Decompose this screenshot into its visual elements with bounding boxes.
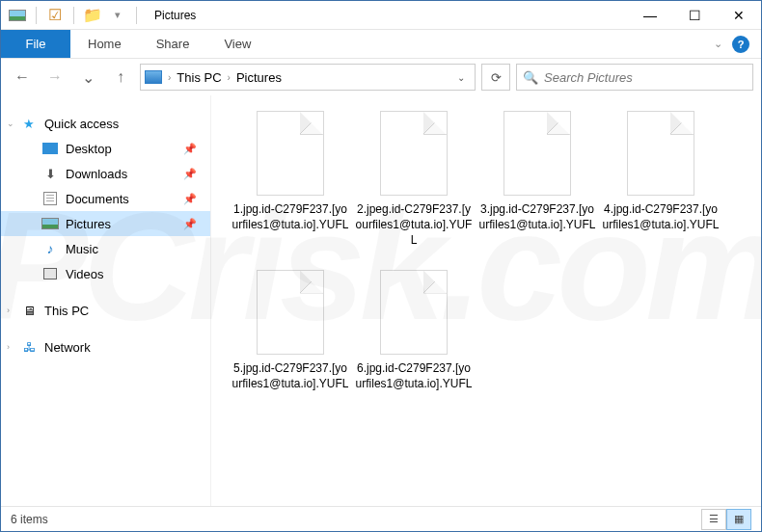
documents-icon xyxy=(41,191,59,206)
minimize-button[interactable]: — xyxy=(628,1,672,30)
expand-icon[interactable]: ⌄ xyxy=(7,119,14,128)
expand-icon[interactable]: › xyxy=(7,306,10,315)
file-icon xyxy=(257,270,324,355)
search-input[interactable] xyxy=(544,70,747,85)
view-switcher: ☰ ▦ xyxy=(701,509,751,530)
desktop-icon xyxy=(41,141,59,156)
nav-label: Downloads xyxy=(66,167,127,181)
tab-home[interactable]: Home xyxy=(70,30,139,58)
nav-label: This PC xyxy=(44,304,89,318)
navbar: ← → ⌄ ↑ › This PC › Pictures ⌄ ⟳ 🔍 xyxy=(1,59,761,95)
forward-button[interactable]: → xyxy=(41,64,68,91)
file-item[interactable]: 4.jpg.id-C279F237.[yourfiles1@tuta.io].Y… xyxy=(599,111,722,249)
window-title: Pictures xyxy=(154,9,196,22)
qat-customize-icon[interactable]: ▾ xyxy=(109,8,126,23)
pc-icon xyxy=(145,70,162,84)
search-box[interactable]: 🔍 xyxy=(516,64,753,91)
network-icon: 🖧 xyxy=(20,339,38,355)
nav-label: Videos xyxy=(66,267,104,281)
navigation-pane: ⌄ ★ Quick access Desktop 📌 ⬇ Downloads 📌… xyxy=(1,95,211,506)
titlebar: ☑ 📁 ▾ Pictures — ☐ ✕ xyxy=(1,1,761,30)
file-name: 2.jpeg.id-C279F237.[yourfiles1@tuta.io].… xyxy=(355,201,473,249)
nav-label: Music xyxy=(66,242,98,256)
nav-item-music[interactable]: ♪ Music xyxy=(1,236,210,261)
separator xyxy=(36,7,37,24)
breadcrumb-separator: › xyxy=(166,72,173,83)
status-bar: 6 items ☰ ▦ xyxy=(1,506,761,531)
file-name: 3.jpg.id-C279F237.[yourfiles1@tuta.io].Y… xyxy=(478,201,596,232)
large-icons-view-button[interactable]: ▦ xyxy=(726,509,751,530)
nav-label: Pictures xyxy=(66,217,111,231)
downloads-icon: ⬇ xyxy=(41,166,59,181)
properties-icon[interactable]: ☑ xyxy=(46,8,64,23)
expand-icon[interactable]: › xyxy=(7,342,10,352)
file-menu-button[interactable]: File xyxy=(1,30,70,58)
music-icon: ♪ xyxy=(41,241,59,256)
file-item[interactable]: 6.jpg.id-C279F237.[yourfiles1@tuta.io].Y… xyxy=(352,270,476,391)
pin-icon: 📌 xyxy=(183,218,197,230)
file-item[interactable]: 2.jpeg.id-C279F237.[yourfiles1@tuta.io].… xyxy=(352,111,476,249)
nav-item-downloads[interactable]: ⬇ Downloads 📌 xyxy=(1,161,210,186)
breadcrumb-item[interactable]: Pictures xyxy=(236,70,282,85)
tab-share[interactable]: Share xyxy=(139,30,207,58)
nav-quick-access[interactable]: ⌄ ★ Quick access xyxy=(1,111,210,136)
nav-item-videos[interactable]: Videos xyxy=(1,261,210,286)
file-grid: 1.jpg.id-C279F237.[yourfiles1@tuta.io].Y… xyxy=(229,111,751,412)
back-button[interactable]: ← xyxy=(9,64,36,91)
breadcrumb-separator: › xyxy=(226,72,232,83)
address-dropdown-icon[interactable]: ⌄ xyxy=(451,72,471,83)
refresh-button[interactable]: ⟳ xyxy=(481,64,510,91)
nav-label: Quick access xyxy=(44,117,119,131)
pictures-icon xyxy=(41,216,59,231)
pc-icon: 🖥 xyxy=(20,303,38,318)
file-name: 1.jpg.id-C279F237.[yourfiles1@tuta.io].Y… xyxy=(231,201,349,232)
window-controls: — ☐ ✕ xyxy=(628,1,761,30)
separator xyxy=(136,7,137,24)
file-name: 5.jpg.id-C279F237.[yourfiles1@tuta.io].Y… xyxy=(231,360,349,391)
pin-icon: 📌 xyxy=(183,143,197,155)
star-icon: ★ xyxy=(20,116,38,131)
nav-label: Desktop xyxy=(66,142,112,156)
nav-this-pc[interactable]: › 🖥 This PC xyxy=(1,298,210,323)
pin-icon: 📌 xyxy=(183,193,197,205)
nav-item-desktop[interactable]: Desktop 📌 xyxy=(1,136,210,161)
search-icon: 🔍 xyxy=(523,70,538,85)
main-content: ⌄ ★ Quick access Desktop 📌 ⬇ Downloads 📌… xyxy=(1,95,761,506)
file-icon xyxy=(503,111,571,196)
up-button[interactable]: ↑ xyxy=(107,64,134,91)
new-folder-icon[interactable]: 📁 xyxy=(84,8,101,23)
qat: ☑ 📁 ▾ Pictures xyxy=(1,7,204,24)
file-icon xyxy=(380,111,448,196)
file-item[interactable]: 5.jpg.id-C279F237.[yourfiles1@tuta.io].Y… xyxy=(229,270,352,391)
file-icon xyxy=(627,111,694,196)
nav-network[interactable]: › 🖧 Network xyxy=(1,334,210,359)
separator xyxy=(73,7,74,24)
nav-item-documents[interactable]: Documents 📌 xyxy=(1,186,210,211)
help-icon[interactable]: ? xyxy=(732,36,749,53)
file-icon xyxy=(380,270,448,355)
videos-icon xyxy=(41,266,59,281)
pin-icon: 📌 xyxy=(183,168,197,180)
maximize-button[interactable]: ☐ xyxy=(672,1,717,30)
tab-view[interactable]: View xyxy=(206,30,268,58)
details-view-button[interactable]: ☰ xyxy=(701,509,726,530)
recent-locations-button[interactable]: ⌄ xyxy=(74,64,101,91)
explorer-icon xyxy=(9,8,26,23)
ribbon: File Home Share View ⌄ ? xyxy=(1,30,761,59)
file-view[interactable]: 1.jpg.id-C279F237.[yourfiles1@tuta.io].Y… xyxy=(211,95,761,506)
nav-label: Documents xyxy=(66,192,129,206)
file-name: 4.jpg.id-C279F237.[yourfiles1@tuta.io].Y… xyxy=(602,201,720,232)
breadcrumb-item[interactable]: This PC xyxy=(177,70,221,85)
ribbon-expand-icon[interactable]: ⌄ xyxy=(714,38,722,50)
address-bar[interactable]: › This PC › Pictures ⌄ xyxy=(140,64,476,91)
file-item[interactable]: 1.jpg.id-C279F237.[yourfiles1@tuta.io].Y… xyxy=(229,111,352,249)
nav-item-pictures[interactable]: Pictures 📌 xyxy=(1,211,210,236)
close-button[interactable]: ✕ xyxy=(717,1,761,30)
file-icon xyxy=(257,111,324,196)
file-item[interactable]: 3.jpg.id-C279F237.[yourfiles1@tuta.io].Y… xyxy=(476,111,599,249)
nav-label: Network xyxy=(44,340,91,355)
file-name: 6.jpg.id-C279F237.[yourfiles1@tuta.io].Y… xyxy=(355,360,473,391)
item-count: 6 items xyxy=(11,513,48,526)
